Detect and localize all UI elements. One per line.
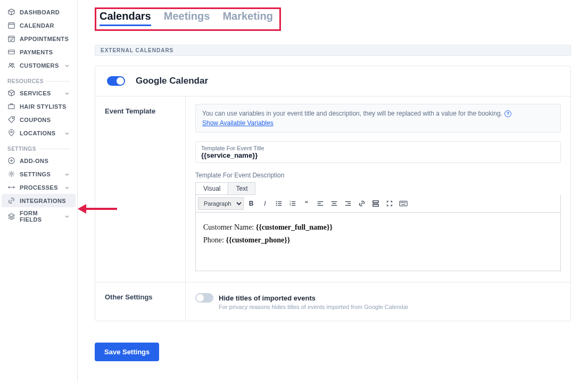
sidebar-item-label: ADD-ONS: [20, 158, 48, 164]
toolbar-italic-icon[interactable]: I: [259, 197, 271, 210]
info-bar-text: You can use variables in your event titl…: [202, 110, 502, 117]
rte-line1-var: {{customer_full_name}}: [256, 223, 333, 231]
toolbar-quote-icon[interactable]: “: [300, 197, 313, 210]
chevron-down-icon: [64, 131, 70, 136]
label-event-description: Template For Event Description: [195, 172, 561, 179]
rte-toolbar: Paragraph B I 123 “: [195, 195, 561, 213]
sidebar-item-label: PAYMENTS: [20, 49, 53, 55]
sidebar-item-coupons[interactable]: COUPONS: [0, 113, 77, 126]
svg-rect-4: [9, 36, 14, 42]
tab-meetings[interactable]: Meetings: [164, 10, 210, 26]
sidebar-section-settings: SETTINGS: [0, 140, 77, 154]
svg-point-8: [10, 63, 12, 66]
svg-rect-40: [373, 205, 379, 207]
sidebar-item-hair-stylists[interactable]: HAIR STYLISTS: [0, 100, 77, 113]
sidebar-item-locations[interactable]: LOCATIONS: [0, 126, 77, 140]
svg-point-19: [276, 204, 277, 204]
sidebar-item-calendar[interactable]: CALENDAR: [0, 19, 77, 32]
sidebar-item-services[interactable]: SERVICES: [0, 86, 77, 100]
users-icon: [7, 61, 15, 69]
info-bar-variables: You can use variables in your event titl…: [195, 104, 561, 133]
svg-rect-0: [9, 23, 14, 28]
stack-icon: [7, 213, 15, 221]
pin-icon: [7, 129, 15, 137]
sidebar-item-processes[interactable]: PROCESSES: [0, 181, 77, 194]
toolbar-align-center-icon[interactable]: [328, 197, 341, 210]
svg-point-12: [11, 131, 12, 133]
toolbar-fullscreen-icon[interactable]: [383, 197, 396, 210]
sidebar-item-label: CUSTOMERS: [20, 62, 59, 69]
sidebar-item-label: INTEGRATIONS: [20, 198, 66, 204]
sidebar-item-appointments[interactable]: APPOINTMENTS: [0, 32, 77, 45]
card-header: Google Calendar: [95, 66, 570, 96]
toolbar-bold-icon[interactable]: B: [245, 197, 258, 210]
sidebar-item-settings[interactable]: SETTINGS: [0, 167, 77, 181]
sidebar-item-label: APPOINTMENTS: [20, 36, 69, 42]
svg-point-44: [403, 202, 404, 203]
tab-calendars[interactable]: Calendars: [100, 10, 151, 26]
chevron-down-icon: [64, 172, 70, 177]
card-google-calendar: Google Calendar Event Template You can u…: [95, 66, 571, 321]
chevron-down-icon: [64, 214, 70, 219]
sublabel-hide-titles: For privacy reasons hides titles of even…: [219, 304, 561, 310]
svg-text:3: 3: [289, 204, 291, 206]
sidebar-item-customers[interactable]: CUSTOMERS: [0, 59, 77, 72]
rte-line2-var: {{customer_phone}}: [226, 236, 290, 244]
tag-icon: [7, 116, 15, 124]
sidebar-item-label: FORM FIELDS: [20, 210, 60, 223]
svg-point-45: [405, 202, 405, 203]
toolbar-ul-icon[interactable]: [272, 197, 285, 210]
toolbar-align-left-icon[interactable]: [314, 197, 327, 210]
sidebar-item-label: SERVICES: [20, 90, 51, 96]
toolbar-readmore-icon[interactable]: [369, 197, 382, 210]
plus-circle-icon: [7, 157, 15, 165]
toolbar-align-right-icon[interactable]: [342, 197, 354, 210]
sidebar-item-integrations[interactable]: INTEGRATIONS: [2, 194, 76, 207]
tab-marketing[interactable]: Marketing: [222, 10, 272, 26]
editor-tab-visual[interactable]: Visual: [195, 182, 228, 195]
sidebar-item-payments[interactable]: PAYMENTS: [0, 45, 77, 59]
sidebar-item-label: HAIR STYLISTS: [20, 103, 67, 110]
rte-editor[interactable]: Customer Name: {{customer_full_name}} Ph…: [195, 213, 561, 271]
svg-rect-38: [373, 201, 379, 203]
chevron-down-icon: [64, 91, 70, 96]
sidebar-section-resources: RESOURCES: [0, 72, 77, 86]
svg-point-11: [12, 118, 13, 119]
sidebar-item-form-fields[interactable]: FORM FIELDS: [0, 207, 77, 225]
field-event-title[interactable]: Template For Event Title {{service_name}…: [195, 141, 561, 163]
svg-point-43: [402, 202, 403, 203]
toggle-hide-titles[interactable]: [195, 293, 213, 303]
svg-point-42: [401, 202, 401, 203]
chevron-down-icon: [64, 185, 70, 190]
toolbar-link-icon[interactable]: [355, 197, 368, 210]
rte-line2-label: Phone:: [203, 236, 226, 244]
gear-icon: [7, 170, 15, 178]
label-hide-titles: Hide titles of imported events: [219, 294, 316, 302]
sidebar-item-label: COUPONS: [20, 117, 51, 123]
help-icon[interactable]: ?: [504, 110, 511, 117]
cube-icon: [7, 8, 15, 16]
save-settings-button[interactable]: Save Settings: [95, 343, 159, 361]
label-other-settings: Other Settings: [95, 282, 186, 321]
toolbar-ol-icon[interactable]: 123: [286, 197, 299, 210]
sidebar-item-label: LOCATIONS: [20, 130, 56, 136]
rte-line1-label: Customer Name:: [203, 223, 256, 231]
sidebar: DASHBOARDCALENDARAPPOINTMENTSPAYMENTSCUS…: [0, 0, 78, 382]
calendar-check-icon: [7, 35, 15, 43]
svg-point-21: [276, 205, 277, 206]
svg-rect-41: [400, 201, 407, 206]
toolbar-paragraph-select[interactable]: Paragraph: [198, 197, 244, 210]
editor-tab-text[interactable]: Text: [228, 182, 255, 195]
toggle-google-calendar[interactable]: [107, 76, 125, 86]
svg-rect-10: [9, 105, 14, 109]
chevron-down-icon: [64, 63, 70, 68]
svg-point-9: [12, 63, 14, 65]
sidebar-item-label: DASHBOARD: [20, 9, 60, 15]
link-icon: [7, 197, 15, 205]
toolbar-keyboard-icon[interactable]: [397, 197, 410, 210]
field-event-title-value: {{service_name}}: [201, 151, 555, 159]
link-show-variables[interactable]: Show Available Variables: [202, 119, 274, 127]
sidebar-item-dashboard[interactable]: DASHBOARD: [0, 5, 77, 19]
sidebar-item-add-ons[interactable]: ADD-ONS: [0, 154, 77, 167]
tabs-highlight-box: Calendars Meetings Marketing: [95, 7, 281, 31]
